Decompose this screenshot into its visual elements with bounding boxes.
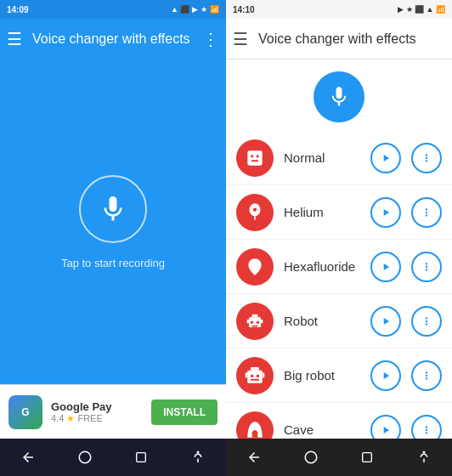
ad-rating: 4.4 ★ FREE <box>51 413 143 424</box>
effect-item-robot: Robot <box>226 294 452 348</box>
right-status-icons: ▶ ★ ⬛ ▲ 📶 <box>398 5 445 14</box>
mic-icon <box>98 194 128 224</box>
right-nav-bar <box>226 439 452 476</box>
ad-title: Google Pay <box>51 400 143 413</box>
svg-rect-3 <box>247 150 262 165</box>
right-menu-icon[interactable]: ☰ <box>233 29 248 49</box>
normal-icon <box>244 147 266 169</box>
hexafluoride-icon <box>244 256 266 278</box>
ad-star-icon: ★ <box>66 413 75 423</box>
effect-avatar-cave <box>236 411 274 439</box>
left-status-bar: 14:09 ▲ ⬛ ▶ ★ 📶 <box>0 0 226 19</box>
mic-circle[interactable] <box>79 175 147 243</box>
effects-list: Normal Helium <box>226 131 452 439</box>
left-status-battery: 📶 <box>210 5 219 14</box>
right-mic-circle[interactable] <box>314 71 364 122</box>
effect-item-big-robot: Big robot <box>226 348 452 403</box>
effect-play-robot[interactable] <box>370 306 401 337</box>
tap-to-record-text[interactable]: Tap to start recording <box>61 257 165 269</box>
svg-point-0 <box>79 451 91 463</box>
robot-icon <box>243 309 267 333</box>
right-mic-container[interactable] <box>226 60 452 131</box>
ad-info: Google Pay 4.4 ★ FREE <box>51 400 143 424</box>
effect-item-normal: Normal <box>226 131 452 185</box>
left-nav-bar <box>0 439 226 476</box>
left-recent-button[interactable] <box>124 440 158 474</box>
effect-name-hexafluoride: Hexafluoride <box>284 259 360 274</box>
effect-avatar-hexafluoride <box>236 248 274 286</box>
effect-name-big-robot: Big robot <box>284 368 360 382</box>
helium-icon <box>244 201 266 224</box>
svg-point-24 <box>305 451 317 463</box>
svg-point-26 <box>422 451 425 454</box>
svg-rect-18 <box>251 367 259 371</box>
left-main-content[interactable]: Tap to start recording <box>0 60 226 384</box>
right-status-bar: 14:10 ▶ ★ ⬛ ▲ 📶 <box>226 0 452 19</box>
effect-name-cave: Cave <box>284 422 360 437</box>
svg-rect-11 <box>252 314 258 317</box>
ad-rating-value: 4.4 <box>51 413 64 423</box>
right-panel: 14:10 ▶ ★ ⬛ ▲ 📶 ☰ Voice changer with eff… <box>226 0 452 476</box>
right-app-title: Voice changer with effects <box>258 31 445 47</box>
svg-point-15 <box>257 320 260 324</box>
left-home-button[interactable] <box>68 440 102 474</box>
svg-rect-1 <box>137 453 146 462</box>
svg-rect-13 <box>261 319 263 323</box>
effect-avatar-normal <box>236 139 274 177</box>
svg-point-2 <box>196 451 199 454</box>
right-home-button[interactable] <box>294 440 328 474</box>
svg-rect-6 <box>251 160 259 162</box>
svg-point-4 <box>251 155 253 157</box>
left-more-icon[interactable]: ⋮ <box>202 29 219 49</box>
effect-avatar-helium <box>236 194 274 231</box>
right-back-button[interactable] <box>237 440 271 474</box>
left-back-button[interactable] <box>11 440 45 474</box>
svg-rect-16 <box>252 325 258 326</box>
right-status-icons-text: ▶ ★ ⬛ ▲ 📶 <box>398 5 445 14</box>
svg-rect-20 <box>263 372 265 377</box>
effect-more-cave[interactable] <box>411 415 442 439</box>
effect-avatar-big-robot <box>236 357 274 394</box>
right-recent-button[interactable] <box>350 440 384 474</box>
effect-avatar-robot <box>236 303 274 340</box>
effect-more-robot[interactable] <box>411 306 442 337</box>
svg-point-14 <box>251 320 254 324</box>
ad-app-icon: G <box>8 395 42 429</box>
svg-rect-21 <box>251 374 253 377</box>
left-time: 14:09 <box>7 5 29 14</box>
big-robot-icon <box>242 363 268 388</box>
left-app-bar: ☰ Voice changer with effects ⋮ <box>0 19 226 60</box>
svg-rect-25 <box>363 453 372 462</box>
effect-name-helium: Helium <box>284 205 360 219</box>
ad-banner: G Google Pay 4.4 ★ FREE INSTALL <box>0 384 226 439</box>
effect-play-hexafluoride[interactable] <box>370 252 401 282</box>
left-panel: 14:09 ▲ ⬛ ▶ ★ 📶 ☰ Voice changer with eff… <box>0 0 226 476</box>
effect-play-cave[interactable] <box>370 415 401 439</box>
left-menu-icon[interactable]: ☰ <box>7 29 22 49</box>
effect-more-helium[interactable] <box>411 197 442 228</box>
svg-rect-23 <box>251 378 259 380</box>
effect-more-normal[interactable] <box>411 143 442 173</box>
cave-icon <box>244 419 266 439</box>
effect-item-helium: Helium <box>226 185 452 240</box>
right-mic-icon <box>327 85 351 109</box>
right-accessibility-button[interactable] <box>407 440 441 474</box>
effect-name-robot: Robot <box>284 314 360 328</box>
effect-play-helium[interactable] <box>370 197 401 228</box>
effect-item-cave: Cave <box>226 403 452 439</box>
effect-play-big-robot[interactable] <box>370 360 401 391</box>
svg-point-9 <box>253 207 257 211</box>
left-status-icons: ▲ ⬛ ▶ ★ 📶 <box>171 5 219 14</box>
effect-item-hexafluoride: Hexafluoride <box>226 240 452 294</box>
left-status-wifi: ▶ ★ <box>192 5 207 14</box>
effect-more-hexafluoride[interactable] <box>411 252 442 282</box>
effect-more-big-robot[interactable] <box>411 360 442 391</box>
left-app-title: Voice changer with effects <box>32 31 202 47</box>
svg-rect-22 <box>257 374 259 377</box>
left-accessibility-button[interactable] <box>181 440 215 474</box>
install-button[interactable]: INSTALL <box>151 400 218 425</box>
ad-icon-label: G <box>21 406 29 418</box>
effect-play-normal[interactable] <box>370 143 401 173</box>
left-status-signal: ▲ ⬛ <box>171 5 189 14</box>
effect-name-normal: Normal <box>284 150 360 165</box>
